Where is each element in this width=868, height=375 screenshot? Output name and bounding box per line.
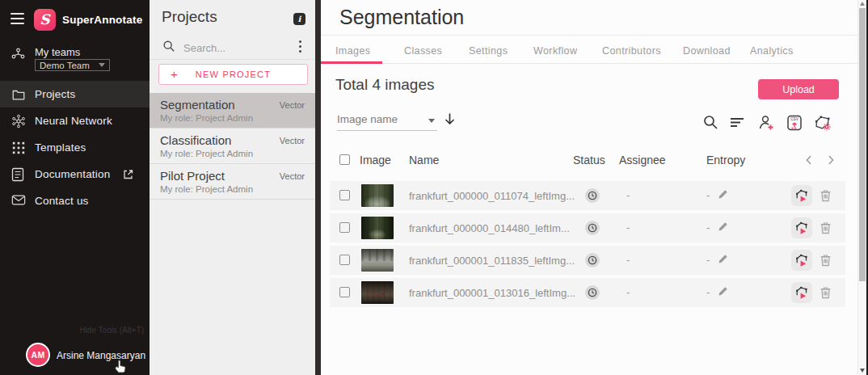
table-row[interactable]: frankfurt_000000_011074_leftImg... - - — [330, 181, 845, 210]
team-select[interactable]: Demo Team — [35, 59, 110, 71]
status-pending-icon — [585, 188, 600, 203]
sidebar-item-templates[interactable]: Templates — [0, 134, 150, 161]
new-project-button[interactable]: + NEW PROJECT — [158, 64, 308, 85]
sidebar: S SuperAnnotate My teams Demo Team Proje… — [0, 0, 150, 375]
teams-icon — [11, 48, 25, 61]
teams-label: My teams — [35, 46, 80, 58]
project-item-classification[interactable]: Classification Vector My role: Project A… — [150, 129, 315, 164]
column-header-assignee: Assignee — [619, 154, 666, 166]
row-checkbox[interactable] — [339, 287, 350, 297]
total-images-label: Total 4 images — [335, 76, 435, 94]
mail-icon — [11, 194, 26, 209]
row-checkbox[interactable] — [339, 190, 350, 200]
avatar[interactable]: AM — [26, 343, 50, 367]
edit-entropy-icon[interactable] — [717, 253, 729, 265]
table-row[interactable]: frankfurt_000001_013016_leftImg... - - — [330, 278, 845, 307]
panel-scrollbar[interactable] — [315, 0, 321, 375]
tab-classes[interactable]: Classes — [404, 45, 442, 57]
column-header-image: Image — [360, 154, 391, 166]
upload-button[interactable]: Upload — [758, 79, 839, 99]
sidebar-item-neural-network[interactable]: Neural Network — [0, 107, 150, 134]
status-pending-icon — [585, 221, 600, 235]
folder-icon — [11, 87, 26, 102]
row-checkbox[interactable] — [339, 222, 350, 233]
brand-logo-icon[interactable]: S — [34, 9, 56, 31]
image-table: frankfurt_000000_011074_leftImg... - - f… — [330, 181, 845, 310]
tab-images[interactable]: Images — [335, 45, 370, 57]
sidebar-item-contact-us[interactable]: Contact us — [0, 188, 150, 214]
active-tab-indicator — [321, 61, 382, 64]
row-checkbox[interactable] — [339, 255, 350, 265]
project-item-segmentation[interactable]: Segmentation Vector My role: Project Adm… — [150, 93, 315, 129]
sidebar-item-documentation[interactable]: Documentation — [0, 161, 150, 188]
annotate-icon[interactable] — [791, 217, 812, 238]
edit-entropy-icon[interactable] — [717, 221, 729, 233]
annotate-icon[interactable] — [791, 282, 812, 303]
templates-icon — [11, 141, 26, 155]
sidebar-item-projects[interactable]: Projects — [0, 81, 150, 107]
app-window: S SuperAnnotate My teams Demo Team Proje… — [0, 0, 868, 375]
delete-icon[interactable] — [820, 188, 832, 202]
page-prev-icon[interactable] — [803, 154, 815, 166]
column-header-status: Status — [573, 154, 605, 166]
tab-settings[interactable]: Settings — [469, 45, 508, 57]
csv-upload-icon[interactable]: CSV — [786, 114, 803, 132]
tab-contributors[interactable]: Contributors — [602, 45, 661, 57]
select-all-checkbox[interactable] — [339, 154, 350, 165]
panel-title: Projects — [162, 8, 217, 26]
main-content: Segmentation Images Classes Settings Wor… — [321, 0, 868, 375]
sort-select[interactable]: Image name — [337, 113, 398, 125]
more-options-icon[interactable] — [299, 40, 301, 55]
project-item-pilot-project[interactable]: Pilot Project Vector My role: Project Ad… — [150, 164, 315, 200]
neural-network-icon — [11, 114, 26, 129]
delete-icon[interactable] — [820, 221, 832, 234]
brand-name: SuperAnnotate — [62, 14, 142, 26]
search-bar[interactable]: Search... — [150, 36, 315, 60]
tab-bar: Images Classes Settings Workflow Contrib… — [321, 36, 857, 64]
table-row[interactable]: frankfurt_000001_011835_leftImg... - - — [330, 246, 845, 275]
annotation-settings-icon[interactable] — [814, 114, 832, 132]
image-thumbnail[interactable] — [361, 217, 394, 239]
menu-icon[interactable] — [11, 13, 24, 27]
sort-underline — [337, 130, 437, 131]
image-thumbnail[interactable] — [361, 249, 394, 272]
search-icon — [162, 40, 175, 53]
scroll-down-icon[interactable] — [860, 369, 865, 373]
chevron-down-icon — [428, 119, 435, 123]
delete-icon[interactable] — [820, 285, 832, 299]
page-title: Segmentation — [339, 6, 464, 29]
search-icon[interactable] — [702, 114, 720, 132]
external-link-icon — [123, 169, 133, 179]
sort-direction-icon[interactable] — [443, 112, 457, 127]
document-icon — [11, 167, 26, 182]
project-list: Segmentation Vector My role: Project Adm… — [150, 93, 315, 200]
column-header-name: Name — [409, 154, 439, 166]
svg-text:CSV: CSV — [790, 117, 798, 121]
status-pending-icon — [585, 253, 600, 268]
scroll-up-icon[interactable] — [860, 2, 865, 6]
delete-icon[interactable] — [820, 253, 832, 267]
hide-tools-hint: Hide Tools (Alt+T) — [0, 326, 144, 335]
tab-analytics[interactable]: Analytics — [750, 45, 794, 57]
user-name: Arsine Mangasaryan — [57, 350, 145, 361]
tab-download[interactable]: Download — [683, 45, 731, 57]
annotate-icon[interactable] — [791, 250, 812, 271]
projects-panel: Projects i Search... + NEW PROJECT Segme… — [150, 0, 315, 375]
column-header-entropy: Entropy — [706, 154, 745, 166]
team-select-value: Demo Team — [40, 61, 99, 70]
sidebar-nav: Projects Neural Network Templates Docume… — [0, 81, 150, 214]
tab-workflow[interactable]: Workflow — [533, 45, 577, 57]
image-thumbnail[interactable] — [361, 184, 394, 207]
info-icon[interactable]: i — [293, 13, 305, 25]
annotate-icon[interactable] — [791, 185, 812, 206]
add-contributor-icon[interactable] — [757, 114, 775, 132]
table-row[interactable]: frankfurt_000000_014480_leftIm... - - — [330, 213, 845, 242]
filter-icon[interactable] — [729, 114, 747, 132]
scrollbar-thumb[interactable] — [859, 8, 866, 281]
edit-entropy-icon[interactable] — [717, 285, 729, 297]
image-thumbnail[interactable] — [361, 281, 394, 304]
table-header: Image Name Status Assignee Entropy — [321, 152, 846, 171]
search-input[interactable]: Search... — [183, 42, 225, 54]
edit-entropy-icon[interactable] — [717, 188, 729, 200]
page-next-icon[interactable] — [825, 154, 836, 166]
